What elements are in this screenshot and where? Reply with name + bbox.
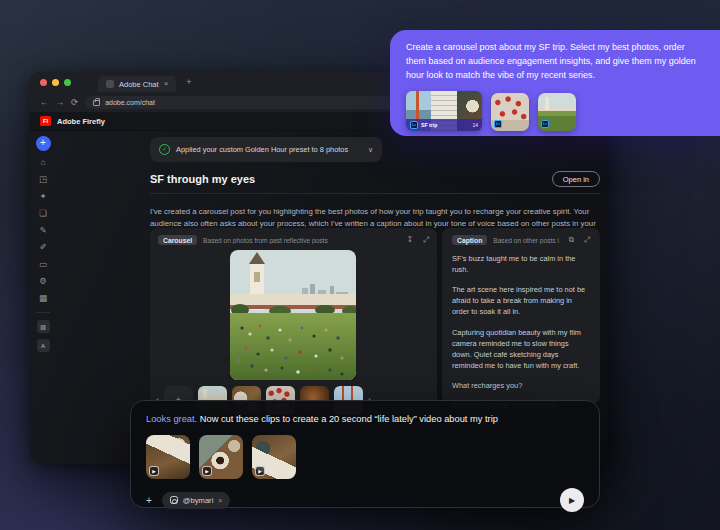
- minimize-window-button[interactable]: [52, 79, 59, 86]
- brand-title: Adobe Firefly: [57, 117, 105, 126]
- clip-attachments: ▶ ▶ ▶: [146, 435, 584, 479]
- tab-title: Adobe Chat: [119, 80, 159, 89]
- close-window-button[interactable]: [40, 79, 47, 86]
- carousel-photo-park[interactable]: [230, 250, 356, 380]
- tab-favicon-icon: [106, 80, 114, 88]
- user-message-composer[interactable]: Looks great. Now cut these clips to crea…: [130, 400, 600, 508]
- user-message-rest: Now cut these clips to create a 20 secon…: [197, 414, 498, 424]
- reload-icon[interactable]: ⟳: [71, 98, 78, 107]
- export-icon[interactable]: ◳: [39, 175, 47, 184]
- settings-icon[interactable]: ⚙: [39, 277, 47, 286]
- caption-card: Caption Based on other posts in your ser…: [442, 228, 600, 404]
- caption-paragraph: What recharges you?: [452, 380, 590, 391]
- clip-thumbnail-sketch[interactable]: ▶: [146, 435, 190, 479]
- tab-close-icon[interactable]: ×: [164, 80, 169, 88]
- new-tab-button[interactable]: +: [186, 77, 191, 87]
- url-text: adobe.com/chat: [105, 99, 155, 106]
- carousel-badge: Carousel: [158, 235, 197, 245]
- mention-chip[interactable]: @bymari ×: [162, 492, 231, 509]
- assistant-prompt-bubble: Create a carousel post about my SF trip.…: [390, 30, 720, 136]
- gallery-icon[interactable]: ❏: [39, 209, 47, 218]
- express-app-icon[interactable]: A: [37, 339, 50, 352]
- user-message-highlight: Looks great.: [146, 414, 197, 424]
- add-attachment-button[interactable]: +: [146, 495, 152, 506]
- caption-text: SF's buzz taught me to be calm in the ru…: [452, 253, 590, 411]
- attachment-photo-lanterns[interactable]: Lr: [491, 93, 529, 131]
- expand-icon[interactable]: ⤢: [423, 236, 429, 244]
- home-icon[interactable]: ⌂: [40, 158, 45, 167]
- expand-icon[interactable]: ⤢: [584, 236, 590, 244]
- caption-paragraph: The art scene here inspired me to not be…: [452, 284, 590, 317]
- caption-badge: Caption: [452, 235, 487, 245]
- folder-icon[interactable]: ▭: [39, 260, 47, 269]
- effects-icon[interactable]: ✦: [39, 192, 46, 201]
- clip-thumbnail-coffee[interactable]: ▶: [199, 435, 243, 479]
- page-title: SF through my eyes: [150, 173, 255, 185]
- carousel-card-header: Carousel Based on photos from past refle…: [150, 228, 437, 245]
- brush-icon[interactable]: ✐: [39, 243, 46, 252]
- maximize-window-button[interactable]: [64, 79, 71, 86]
- caption-paragraph: SF's buzz taught me to be calm in the ru…: [452, 253, 590, 275]
- caption-card-header: Caption Based on other posts in your ser…: [452, 235, 590, 245]
- user-message-text: Looks great. Now cut these clips to crea…: [146, 413, 584, 426]
- browser-tab[interactable]: Adobe Chat ×: [98, 76, 176, 92]
- mention-handle: @bymari: [183, 496, 214, 505]
- remove-mention-icon[interactable]: ×: [218, 497, 222, 504]
- instagram-icon: [170, 496, 178, 504]
- lightroom-icon: Lr: [410, 121, 418, 129]
- prompt-attachments: Lr SF trip 14 Lr Lr: [406, 91, 706, 131]
- app-sidebar: + ⌂ ◳ ✦ ❏ ✎ ✐ ▭ ⚙ ▦ ▨ A: [30, 131, 56, 464]
- lightroom-icon: Lr: [494, 120, 502, 128]
- desktop-background: Adobe Chat × + ← → ⟳ adobe.com/chat Fl A…: [0, 0, 720, 530]
- video-icon: ▶: [149, 466, 159, 476]
- apps-grid-icon[interactable]: ▦: [39, 294, 47, 303]
- caption-paragraph: Capturing quotidian beauty with my film …: [452, 327, 590, 371]
- album-label: SF trip: [421, 122, 469, 128]
- video-icon: ▶: [255, 466, 265, 476]
- prompt-text: Create a carousel post about my SF trip.…: [406, 41, 706, 83]
- lightroom-icon: Lr: [541, 120, 549, 128]
- forward-icon[interactable]: →: [56, 98, 65, 107]
- back-icon[interactable]: ←: [40, 98, 49, 107]
- copy-icon[interactable]: ⧉: [569, 236, 574, 244]
- check-circle-icon: ✓: [159, 144, 170, 155]
- carousel-card: Carousel Based on photos from past refle…: [150, 228, 437, 414]
- composer-footer: + @bymari × ▶: [146, 488, 584, 512]
- lock-icon: [93, 100, 100, 106]
- status-banner[interactable]: ✓ Applied your custom Golden Hour preset…: [150, 137, 382, 162]
- clip-thumbnail-table[interactable]: ▶: [252, 435, 296, 479]
- edit-icon[interactable]: ✎: [39, 226, 46, 235]
- album-count: 14: [472, 122, 478, 128]
- title-divider: [150, 193, 600, 194]
- chevron-down-icon[interactable]: ∨: [368, 146, 373, 154]
- adobe-firefly-logo: Fl: [40, 116, 51, 126]
- send-button[interactable]: ▶: [560, 488, 584, 512]
- photos-app-icon[interactable]: ▨: [37, 320, 50, 333]
- open-in-button[interactable]: Open in: [552, 171, 600, 187]
- video-icon: ▶: [202, 466, 212, 476]
- download-icon[interactable]: ↧: [407, 236, 413, 244]
- new-chat-button[interactable]: +: [36, 136, 51, 151]
- album-footer: Lr SF trip 14: [406, 119, 482, 131]
- post-title-row: SF through my eyes Open in: [150, 171, 600, 187]
- attachment-photo-park[interactable]: Lr: [538, 93, 576, 131]
- lightroom-album-tile[interactable]: Lr SF trip 14: [406, 91, 482, 131]
- sidebar-divider: [36, 312, 50, 313]
- caption-subtitle: Based on other posts in your series: [493, 237, 558, 244]
- carousel-subtitle: Based on photos from past reflective pos…: [203, 237, 397, 244]
- status-banner-text: Applied your custom Golden Hour preset t…: [176, 145, 362, 154]
